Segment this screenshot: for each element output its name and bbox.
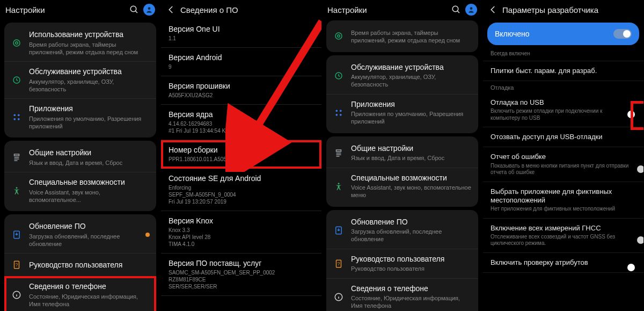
general-icon [11,151,23,163]
master-toggle[interactable]: Включено [487,23,639,45]
back-icon[interactable] [166,5,176,15]
info-row[interactable]: Версия KnoxKnox 3.3 Knox API level 28 TI… [161,211,321,254]
dev-row[interactable]: Отладка по USBВключить режим отладки при… [483,93,643,127]
avatar[interactable] [465,4,477,16]
info-title: Номер сборки [169,146,314,154]
info-sub: SAOMC_SM-A505FN_OEM_SER_PP_0002 RZ8M81F8… [169,269,314,290]
guide-icon: ? [333,258,345,270]
list-item[interactable]: Общие настройкиЯзык и ввод, Дата и время… [4,143,156,172]
info-row[interactable]: Версия ядра4.14.62-16294683 #1 Fri Jul 1… [161,105,321,140]
accessibility-icon [11,185,23,197]
page-title: Сведения о ПО [180,5,316,15]
accessibility-icon [333,180,345,192]
back-icon[interactable] [488,5,498,15]
svg-line-1 [135,11,137,13]
item-title: Приложения [29,104,150,114]
about-icon [333,291,345,303]
search-icon[interactable] [129,5,139,15]
info-row[interactable]: Состояние SE для AndroidEnforcing SEPF_S… [161,169,321,211]
dev-sub: Нет приложения для фиктивных местоположе… [491,206,636,213]
item-title: Использование устройства [29,30,150,40]
pane-settings-2: Настройки Время работы экрана, таймеры п… [322,0,483,311]
svg-point-8 [13,118,16,120]
info-title: Версия Knox [169,216,314,225]
dev-sub: Показывать в меню кнопки питания пункт д… [491,163,631,176]
search-icon[interactable] [451,5,461,15]
avatar[interactable] [143,4,155,16]
list-item[interactable]: ?Руководство пользователяРуководство пол… [326,249,478,278]
item-sub: Загрузка обновлений, последнее обновлени… [351,228,472,243]
page-title: Настройки [327,5,447,15]
list-item[interactable]: Сведения о телефонеСостояние, Юридическа… [4,276,156,311]
svg-point-26 [338,35,340,38]
header: Параметры разработчика [483,0,643,19]
list-item[interactable]: Обновление ПОЗагрузка обновлений, послед… [326,212,478,249]
item-title: Сведения о телефоне [351,284,472,294]
info-row[interactable]: Версия прошивкиA505FXXU2ASG2 [161,76,321,105]
info-sub: Enforcing SEPF_SM-A505FN_9_0004 Fri Jul … [169,184,314,205]
list-item[interactable]: ПриложенияПриложения по умолчанию, Разре… [326,94,478,131]
list-item[interactable]: Обновление ПОЗагрузка обновлений, послед… [4,216,156,253]
dev-row[interactable]: Отчет об ошибкеПоказывать в меню кнопки … [483,147,643,182]
svg-point-24 [470,7,473,10]
list-item[interactable]: ПриложенияПриложения по умолчанию, Разре… [4,98,156,135]
svg-point-6 [13,114,16,117]
list-item[interactable]: Использование устройстваВремя работы экр… [4,25,156,61]
toggle-icon[interactable] [613,29,632,39]
page-title: Настройки [5,5,125,15]
pane-settings-1: Настройки Использование устройстваВремя … [0,0,161,311]
item-sub: Язык и ввод, Дата и время, Сброс [351,154,472,162]
info-sub: Knox 3.3 Knox API level 28 TIMA 4.1.0 [169,227,314,248]
info-title: Версия прошивки [169,82,314,90]
list-item[interactable]: Сведения о телефонеСостояние, Юридическа… [326,278,478,311]
info-row[interactable]: Версия ПО поставщ. услугSAOMC_SM-A505FN_… [161,254,321,296]
item-sub: Время работы экрана, таймеры приложений,… [29,41,150,56]
info-sub: 1.1 [169,35,314,42]
header: Сведения о ПО [161,0,321,19]
care-icon [11,37,23,49]
list-item[interactable]: Специальные возможностиVoice Assistant, … [326,168,478,205]
svg-point-30 [335,114,338,116]
list-item[interactable]: Обслуживание устройстваАккумулятор, хран… [4,61,156,98]
item-sub: Voice Assistant, звук моно, вспомогатель… [351,184,472,199]
item-sub: Аккумулятор, хранилище, ОЗУ, безопасност… [29,78,150,93]
dev-row[interactable]: Включение всех измерений ГНССОтслеживани… [483,219,643,253]
list-item[interactable]: Общие настройкиЯзык и ввод, Дата и время… [326,139,478,168]
svg-point-3 [13,40,20,46]
item-sub: Состояние, Юридическая информация, Имя т… [351,294,472,310]
settings-group: Обслуживание устройстваАккумулятор, хран… [326,55,478,133]
info-title: Версия Android [169,53,314,62]
care-icon [333,30,345,42]
settings-group: Использование устройстваВремя работы экр… [4,23,156,138]
list-item[interactable]: Обслуживание устройстваАккумулятор, хран… [326,57,478,94]
info-row[interactable]: Версия One UI1.1 [161,19,321,48]
dev-row[interactable]: Отозвать доступ для USB-отладки [483,127,643,147]
header: Настройки [0,0,160,19]
dev-row[interactable]: Выбрать приложение для фиктивных местопо… [483,182,643,219]
svg-rect-32 [336,150,341,151]
item-sub: Состояние, Юридическая информация, Имя т… [29,293,150,308]
master-toggle-label: Включено [495,30,613,38]
page-title: Параметры разработчика [502,5,638,15]
list-item[interactable]: Время работы экрана, таймеры приложений,… [326,23,478,50]
update-icon [333,225,345,236]
svg-line-23 [457,11,459,13]
info-sub: PPR1.180610.011.A505FNPUU2ASG3 [169,156,314,163]
svg-point-28 [335,110,338,112]
svg-point-4 [16,42,18,45]
dev-row[interactable]: Плитки быст. парам. для разраб. [483,61,643,81]
info-row[interactable]: Номер сборкиPPR1.180610.011.A505FNPUU2AS… [161,140,321,169]
apps-icon [333,107,345,119]
dev-row[interactable]: Включить проверку атрибутов [483,253,643,273]
info-title: Версия ядра [169,110,314,119]
svg-point-36 [338,183,340,184]
update-badge [145,233,150,237]
pane-developer-options: Параметры разработчика Включено Всегда в… [483,0,644,311]
item-title: Общие настройки [351,144,472,154]
dev-title: Отладка по USB [491,98,631,107]
list-item[interactable]: ?Руководство пользователя [4,253,156,276]
info-row[interactable]: Версия Android9 [161,48,321,76]
update-icon [11,229,23,241]
item-sub: Руководство пользователя [351,265,472,272]
list-item[interactable]: Специальные возможностиVoice Assistant, … [4,172,156,209]
